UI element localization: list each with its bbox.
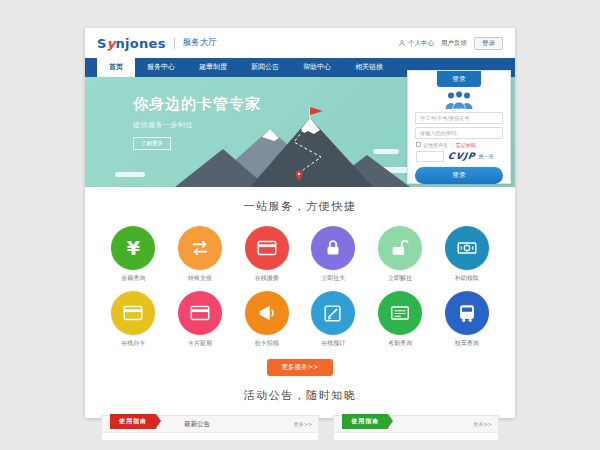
nav-item-links[interactable]: 相关链接 <box>343 58 395 77</box>
usage-guide-ribbon-tab[interactable]: 使用指南 <box>110 414 156 429</box>
header-login-button[interactable]: 登录 <box>474 37 503 50</box>
personal-center-label: 个人中心 <box>408 39 434 48</box>
services-title: 一站服务，方便快捷 <box>85 199 515 214</box>
service-label: 立即挂失 <box>311 274 355 283</box>
more-link[interactable]: 更多>> <box>474 421 492 427</box>
user-feedback-label: 用户反馈 <box>441 39 467 48</box>
bus-icon <box>456 302 478 324</box>
lock-open-icon <box>389 237 411 259</box>
bank-card-icon <box>189 302 211 324</box>
more-services-button[interactable]: 更多服务>> <box>267 359 333 376</box>
logo[interactable]: Synjones <box>97 36 166 51</box>
header: Synjones 服务大厅 个人中心 用户反馈 登录 <box>85 28 515 58</box>
captcha-input[interactable] <box>416 151 444 162</box>
service-online-booking[interactable]: 在线预订 <box>311 291 355 348</box>
service-label: 转账充值 <box>178 274 222 283</box>
service-transfer-recharge[interactable]: 转账充值 <box>178 226 222 283</box>
page: Synjones 服务大厅 个人中心 用户反馈 登录 首页 服务中心 规章制度 … <box>85 28 515 418</box>
logo-text: S <box>97 36 107 51</box>
service-label: 在线办卡 <box>111 339 155 348</box>
captcha-image[interactable]: CVJP <box>447 151 476 161</box>
service-subsidy-collection[interactable]: 补助领取 <box>445 226 489 283</box>
service-label: 立即解挂 <box>378 274 422 283</box>
announcement-panels: 使用指南 最新公告 更多>> 使用指南 更多>> <box>101 415 499 441</box>
service-label: 校车查询 <box>445 339 489 348</box>
service-report-loss[interactable]: 立即挂失 <box>311 226 355 283</box>
announcements-section: 活动公告，随时知晓 使用指南 最新公告 更多>> 使用指南 更多>> <box>85 388 515 441</box>
user-feedback-link[interactable]: 用户反馈 <box>441 39 467 48</box>
guide-panel: 使用指南 最新公告 更多>> <box>101 415 319 441</box>
forgot-password-link[interactable]: 忘记密码 <box>456 142 476 148</box>
service-label: 拾卡招领 <box>245 339 289 348</box>
guide-panel-2: 使用指南 更多>> <box>333 415 499 441</box>
captcha-refresh-link[interactable]: 换一张 <box>479 153 494 159</box>
service-school-bus-inquiry[interactable]: 校车查询 <box>445 291 489 348</box>
hero-subtitle: 提供服务一步到位 <box>133 120 261 130</box>
bank-card-icon <box>122 302 144 324</box>
service-label: 余额查询 <box>111 274 155 283</box>
service-online-payment[interactable]: 在线缴费 <box>245 226 289 283</box>
login-tab[interactable]: 登录 <box>437 71 481 87</box>
header-user-menu: 个人中心 用户反馈 登录 <box>398 37 503 50</box>
bank-card-icon <box>256 237 278 259</box>
transfer-arrows-icon <box>189 237 211 259</box>
password-input[interactable] <box>415 127 503 139</box>
service-balance-inquiry[interactable]: ¥ 余额查询 <box>111 226 155 283</box>
nav-item-help-center[interactable]: 帮助中心 <box>291 58 343 77</box>
remember-label: 记住用户名 <box>423 142 448 148</box>
lock-closed-icon <box>322 237 344 259</box>
nav-item-news[interactable]: 新闻公告 <box>239 58 291 77</box>
cloud <box>115 172 145 177</box>
announcements-title: 活动公告，随时知晓 <box>85 388 515 403</box>
services-grid: ¥ 余额查询 转账充值 在线缴费 立即挂失 <box>100 226 500 348</box>
personal-center-link[interactable]: 个人中心 <box>398 39 434 48</box>
logo-text-rest: njones <box>115 36 165 51</box>
service-found-card-claim[interactable]: 拾卡招领 <box>245 291 289 348</box>
hero-banner: 你身边的卡管专家 提供服务一步到位 了解更多 登录 <box>85 77 515 187</box>
divider: | <box>451 142 453 148</box>
remember-row: 记住用户名 | 忘记密码 <box>416 142 502 148</box>
list-icon <box>389 302 411 324</box>
username-input[interactable] <box>415 112 503 124</box>
service-label: 在线预订 <box>311 339 355 348</box>
megaphone-icon <box>256 302 278 324</box>
users-icon <box>439 90 479 109</box>
service-label: 考勤查询 <box>378 339 422 348</box>
nav-item-home[interactable]: 首页 <box>97 58 135 77</box>
services-section: 一站服务，方便快捷 ¥ 余额查询 转账充值 在线缴费 <box>85 187 515 376</box>
yen-icon: ¥ <box>127 239 140 258</box>
service-cancel-loss[interactable]: 立即解挂 <box>378 226 422 283</box>
panel-header: 使用指南 最新公告 更多>> <box>102 416 318 433</box>
site-name: 服务大厅 <box>174 37 217 49</box>
remember-checkbox[interactable] <box>416 142 421 147</box>
more-link[interactable]: 更多>> <box>294 421 312 427</box>
edit-icon <box>322 302 344 324</box>
service-card-extension[interactable]: 卡片延期 <box>178 291 222 348</box>
hero-text: 你身边的卡管专家 提供服务一步到位 了解更多 <box>133 95 261 150</box>
nav-item-regulations[interactable]: 规章制度 <box>187 58 239 77</box>
service-online-card-apply[interactable]: 在线办卡 <box>111 291 155 348</box>
latest-announcements-tab[interactable]: 最新公告 <box>184 420 210 429</box>
service-attendance-inquiry[interactable]: 考勤查询 <box>378 291 422 348</box>
hero-title: 你身边的卡管专家 <box>133 95 261 114</box>
banknote-icon <box>456 237 478 259</box>
service-label: 卡片延期 <box>178 339 222 348</box>
service-label: 在线缴费 <box>245 274 289 283</box>
nav-item-service-center[interactable]: 服务中心 <box>135 58 187 77</box>
panel-header: 使用指南 更多>> <box>334 416 498 433</box>
hero-cta-button[interactable]: 了解更多 <box>133 137 171 150</box>
usage-guide-ribbon-tab[interactable]: 使用指南 <box>342 414 388 429</box>
user-icon <box>398 39 406 47</box>
login-submit-button[interactable]: 登录 <box>415 167 503 184</box>
captcha-row: CVJP 换一张 <box>416 151 502 162</box>
service-label: 补助领取 <box>445 274 489 283</box>
login-panel: 登录 记住用户名 | 忘记密码 CVJP 换一张 登录 <box>407 70 511 184</box>
